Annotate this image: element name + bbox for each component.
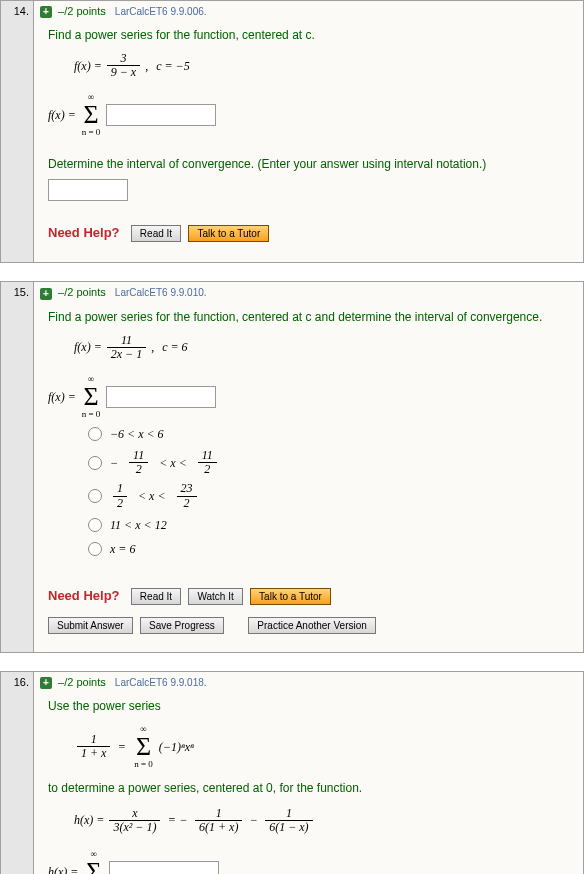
sigma-icon: ∞ Σ n = 0: [84, 850, 103, 874]
source-label: LarCalcET6 9.9.006.: [115, 6, 207, 17]
source-label: LarCalcET6 9.9.018.: [115, 677, 207, 688]
radio-option-e[interactable]: x = 6: [88, 540, 569, 558]
read-it-button[interactable]: Read It: [131, 588, 181, 605]
action-bar: Submit Answer Save Progress Practice Ano…: [48, 617, 569, 634]
talk-to-tutor-button[interactable]: Talk to a Tutor: [250, 588, 331, 605]
expand-icon[interactable]: +: [40, 288, 52, 300]
question-number: 14.: [0, 0, 34, 263]
talk-to-tutor-button[interactable]: Talk to a Tutor: [188, 225, 269, 242]
question-16: 16. + –/2 points LarCalcET6 9.9.018. Use…: [0, 671, 584, 874]
series-term-input[interactable]: [106, 104, 216, 126]
question-14: 14. + –/2 points LarCalcET6 9.9.006. Fin…: [0, 0, 584, 263]
need-help-label: Need Help?: [48, 588, 120, 603]
read-it-button[interactable]: Read It: [131, 225, 181, 242]
radio-option-a[interactable]: −6 < x < 6: [88, 425, 569, 443]
question-body: + –/2 points LarCalcET6 9.9.010. Find a …: [34, 281, 584, 652]
prompt-text: Find a power series for the function, ce…: [48, 308, 569, 326]
watch-it-button[interactable]: Watch It: [188, 588, 242, 605]
series-input-row: f(x) = ∞ Σ n = 0: [48, 93, 569, 137]
question-header: + –/2 points LarCalcET6 9.9.018.: [34, 672, 583, 695]
question-15: 15. + –/2 points LarCalcET6 9.9.010. Fin…: [0, 281, 584, 652]
expand-icon[interactable]: +: [40, 677, 52, 689]
radio-icon: [88, 456, 102, 470]
series-input-row: f(x) = ∞ Σ n = 0: [48, 375, 569, 419]
points-label: –/2 points: [58, 676, 106, 688]
convergence-prompt: Determine the interval of convergence. (…: [48, 155, 569, 173]
geometric-series: 1 1 + x = ∞ Σ n = 0 (−1)ⁿxⁿ: [74, 725, 569, 769]
series-term-input[interactable]: [106, 386, 216, 408]
question-number: 15.: [0, 281, 34, 652]
points-label: –/2 points: [58, 286, 106, 298]
sigma-icon: ∞ Σ n = 0: [82, 93, 101, 137]
radio-icon: [88, 489, 102, 503]
radio-option-b[interactable]: − 11 2 < x < 11 2: [88, 449, 569, 476]
h-definition: h(x) = x 3(x² − 1) = − 1 6(1 + x) − 1 6(…: [74, 807, 569, 834]
question-header: + –/2 points LarCalcET6 9.9.006.: [34, 1, 583, 24]
prompt-text-2: to determine a power series, centered at…: [48, 779, 569, 797]
radio-icon: [88, 518, 102, 532]
sigma-icon: ∞ Σ n = 0: [134, 725, 153, 769]
prompt-text: Find a power series for the function, ce…: [48, 26, 569, 44]
given-function: f(x) = 3 9 − x , c = −5: [74, 52, 569, 79]
question-header: + –/2 points LarCalcET6 9.9.010.: [34, 282, 583, 305]
series-term-input[interactable]: [109, 861, 219, 874]
given-function: f(x) = 11 2x − 1 , c = 6: [74, 334, 569, 361]
radio-option-c[interactable]: 1 2 < x < 23 2: [88, 482, 569, 509]
source-label: LarCalcET6 9.9.010.: [115, 287, 207, 298]
save-progress-button[interactable]: Save Progress: [140, 617, 224, 634]
submit-answer-button[interactable]: Submit Answer: [48, 617, 133, 634]
radio-option-d[interactable]: 11 < x < 12: [88, 516, 569, 534]
need-help-label: Need Help?: [48, 225, 120, 240]
sigma-icon: ∞ Σ n = 0: [82, 375, 101, 419]
question-body: + –/2 points LarCalcET6 9.9.006. Find a …: [34, 0, 584, 263]
help-bar: Need Help? Read It Watch It Talk to a Tu…: [48, 588, 569, 605]
radio-icon: [88, 542, 102, 556]
question-number: 16.: [0, 671, 34, 874]
question-body: + –/2 points LarCalcET6 9.9.018. Use the…: [34, 671, 584, 874]
radio-icon: [88, 427, 102, 441]
prompt-text: Use the power series: [48, 697, 569, 715]
interval-input[interactable]: [48, 179, 128, 201]
practice-another-button[interactable]: Practice Another Version: [248, 617, 376, 634]
expand-icon[interactable]: +: [40, 6, 52, 18]
points-label: –/2 points: [58, 5, 106, 17]
series-input-row: h(x) = ∞ Σ n = 0: [48, 850, 569, 874]
help-bar: Need Help? Read It Talk to a Tutor: [48, 225, 569, 242]
